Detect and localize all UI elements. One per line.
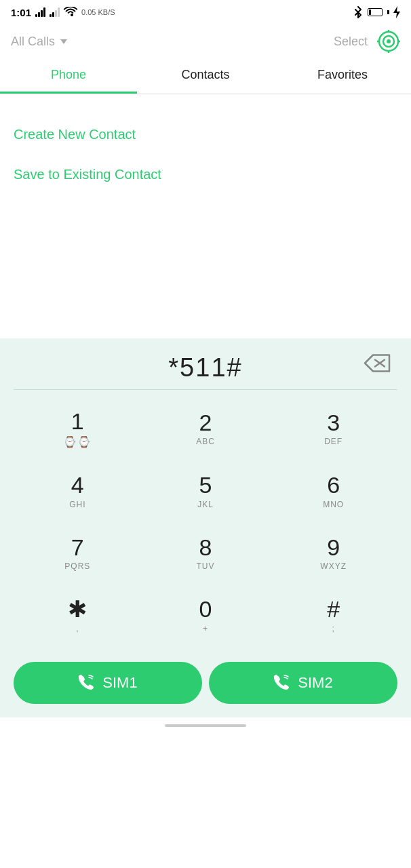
battery-tip bbox=[387, 10, 389, 14]
dropdown-arrow-icon bbox=[60, 39, 67, 44]
menu-area: Create New Contact Save to Existing Cont… bbox=[0, 94, 411, 338]
sim2-label: SIM2 bbox=[298, 674, 332, 692]
status-bar: 1:01 0.05 KB/S bbox=[0, 0, 411, 24]
create-new-contact-button[interactable]: Create New Contact bbox=[14, 115, 397, 155]
tab-phone[interactable]: Phone bbox=[0, 58, 137, 94]
dial-key-star[interactable]: ✱ , bbox=[14, 585, 142, 646]
signal-bars-2 bbox=[50, 7, 60, 17]
all-calls-button[interactable]: All Calls bbox=[11, 35, 67, 49]
signal-bars-1 bbox=[35, 7, 45, 17]
select-label: Select bbox=[334, 35, 368, 49]
dial-key-5[interactable]: 5 JKL bbox=[142, 460, 270, 522]
data-speed: 0.05 KB/S bbox=[81, 8, 115, 16]
wifi-icon bbox=[64, 7, 77, 18]
dialed-number: *511# bbox=[14, 353, 397, 382]
radar-icon[interactable] bbox=[377, 30, 400, 53]
tabs: Phone Contacts Favorites bbox=[0, 58, 411, 94]
dial-key-0[interactable]: 0 + bbox=[142, 585, 270, 646]
dial-key-8[interactable]: 8 TUV bbox=[142, 523, 270, 585]
bottom-bar bbox=[0, 717, 411, 734]
call-sim2-button[interactable]: SIM2 bbox=[209, 662, 397, 704]
battery-icon bbox=[368, 8, 383, 16]
select-button[interactable]: Select bbox=[334, 35, 368, 49]
dial-key-hash[interactable]: # ; bbox=[269, 585, 397, 646]
dialpad-grid: 1 ⌚⌚ 2 ABC 3 DEF 4 GHI 5 JKL 6 MNO 7 PQR… bbox=[0, 390, 411, 654]
tab-favorites[interactable]: Favorites bbox=[274, 58, 411, 94]
dialed-number-row: *511# bbox=[0, 338, 411, 389]
backspace-icon bbox=[362, 352, 392, 374]
all-calls-label: All Calls bbox=[11, 35, 55, 49]
dial-key-1[interactable]: 1 ⌚⌚ bbox=[14, 397, 142, 460]
dial-key-7[interactable]: 7 PQRS bbox=[14, 523, 142, 585]
phone-icon-sim2 bbox=[273, 674, 291, 692]
save-to-existing-contact-button[interactable]: Save to Existing Contact bbox=[14, 155, 397, 195]
bluetooth-icon bbox=[353, 5, 364, 19]
svg-point-3 bbox=[387, 39, 391, 43]
tab-contacts[interactable]: Contacts bbox=[137, 58, 274, 94]
call-sim1-button[interactable]: SIM1 bbox=[14, 662, 202, 704]
dial-key-9[interactable]: 9 WXYZ bbox=[269, 523, 397, 585]
svg-marker-0 bbox=[393, 6, 400, 18]
phone-icon-sim1 bbox=[78, 674, 96, 692]
status-left: 1:01 0.05 KB/S bbox=[11, 7, 115, 18]
charging-icon bbox=[393, 6, 400, 18]
dial-key-2[interactable]: 2 ABC bbox=[142, 397, 270, 460]
dial-key-4[interactable]: 4 GHI bbox=[14, 460, 142, 522]
dial-key-6[interactable]: 6 MNO bbox=[269, 460, 397, 522]
call-buttons: SIM1 SIM2 bbox=[0, 654, 411, 717]
backspace-button[interactable] bbox=[357, 347, 397, 381]
time-display: 1:01 bbox=[11, 7, 31, 18]
status-right bbox=[353, 5, 400, 19]
sim1-label: SIM1 bbox=[102, 674, 137, 692]
header: All Calls Select bbox=[0, 24, 411, 58]
home-indicator bbox=[165, 724, 246, 727]
dial-key-3[interactable]: 3 DEF bbox=[269, 397, 397, 460]
dialpad-area: *511# 1 ⌚⌚ 2 ABC 3 DEF 4 GHI 5 bbox=[0, 338, 411, 717]
